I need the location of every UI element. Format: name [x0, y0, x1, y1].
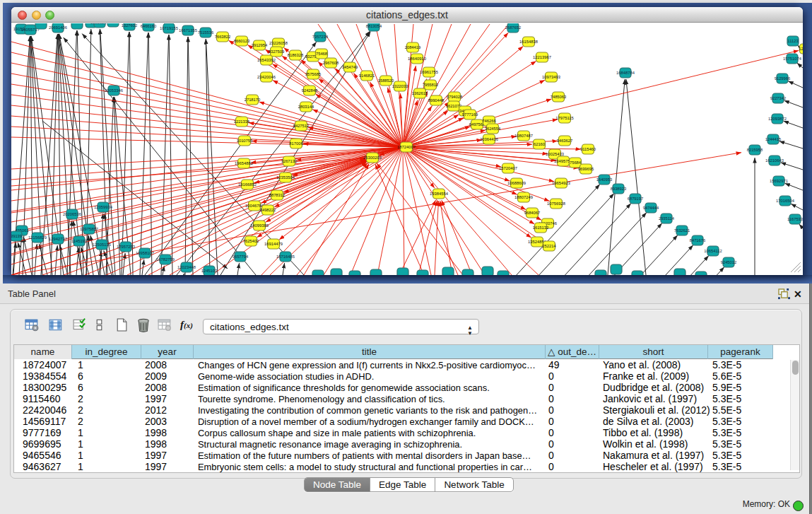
svg-text:9463627: 9463627 — [557, 139, 573, 143]
svg-text:3267130: 3267130 — [281, 159, 298, 163]
svg-text:19384554: 19384554 — [430, 192, 449, 196]
svg-text:2687652: 2687652 — [505, 25, 522, 30]
svg-text:9146821: 9146821 — [359, 74, 375, 78]
svg-text:8990448: 8990448 — [428, 98, 445, 103]
svg-text:15720407: 15720407 — [499, 166, 517, 170]
svg-text:10807487: 10807487 — [514, 134, 533, 138]
svg-text:75684: 75684 — [570, 160, 582, 165]
svg-text:6794028: 6794028 — [447, 95, 463, 99]
svg-text:3454749: 3454749 — [342, 65, 358, 69]
svg-text:12505135: 12505135 — [93, 243, 111, 247]
svg-text:3575685: 3575685 — [305, 72, 322, 76]
svg-text:10958107: 10958107 — [136, 251, 154, 255]
svg-text:1640953: 1640953 — [596, 177, 613, 182]
svg-text:20691406: 20691406 — [49, 25, 67, 30]
svg-text:8660123: 8660123 — [234, 39, 250, 43]
svg-text:16848784: 16848784 — [616, 71, 635, 75]
svg-text:23420046: 23420046 — [257, 75, 276, 79]
svg-text:6879197: 6879197 — [628, 197, 644, 201]
svg-text:1244415: 1244415 — [765, 137, 782, 141]
svg-text:23226058: 23226058 — [269, 41, 288, 45]
svg-text:9115460: 9115460 — [580, 147, 596, 151]
svg-text:123254: 123254 — [799, 47, 803, 51]
svg-text:9474444: 9474444 — [643, 206, 659, 210]
svg-text:18724007: 18724007 — [397, 145, 416, 149]
svg-text:7632621: 7632621 — [674, 228, 690, 233]
svg-text:7515536: 7515536 — [198, 30, 214, 35]
svg-text:13975857: 13975857 — [80, 227, 98, 231]
svg-text:16154838: 16154838 — [519, 40, 538, 44]
svg-text:16914479: 16914479 — [264, 242, 283, 246]
svg-text:12023448: 12023448 — [177, 265, 196, 269]
svg-text:1362615: 1362615 — [412, 91, 428, 95]
svg-text:19166852: 19166852 — [238, 182, 257, 187]
svg-text:1588520: 1588520 — [378, 78, 394, 83]
svg-text:2935114: 2935114 — [659, 216, 675, 221]
svg-text:16782759: 16782759 — [156, 257, 175, 262]
svg-text:1145193: 1145193 — [71, 239, 87, 243]
svg-text:3624554: 3624554 — [485, 127, 501, 131]
svg-text:2967608: 2967608 — [323, 61, 339, 65]
svg-text:8186328: 8186328 — [288, 53, 304, 57]
svg-text:252214: 252214 — [542, 244, 556, 248]
svg-text:15692971: 15692971 — [770, 179, 788, 183]
svg-text:19654923: 19654923 — [552, 181, 570, 185]
svg-text:19654882: 19654882 — [235, 161, 253, 165]
svg-text:10025433: 10025433 — [546, 152, 564, 156]
svg-text:25300203: 25300203 — [363, 156, 382, 160]
svg-text:39139: 39139 — [11, 234, 22, 238]
svg-text:817006: 817006 — [289, 141, 302, 146]
svg-text:9242848: 9242848 — [302, 88, 318, 93]
svg-text:10719155: 10719155 — [160, 26, 178, 30]
svg-text:9129966: 9129966 — [775, 76, 791, 81]
svg-text:1221336: 1221336 — [234, 119, 250, 124]
svg-text:10756928: 10756928 — [547, 201, 565, 206]
svg-text:16671355: 16671355 — [179, 28, 197, 33]
svg-text:9684067: 9684067 — [524, 211, 541, 215]
svg-text:9699695: 9699695 — [578, 167, 594, 171]
svg-text:6466160: 6466160 — [141, 24, 157, 28]
svg-text:15751074: 15751074 — [783, 57, 802, 61]
svg-text:12942737: 12942737 — [49, 237, 67, 241]
svg-text:9245012: 9245012 — [721, 260, 737, 264]
svg-text:16210643: 16210643 — [765, 158, 784, 163]
svg-text:8215958: 8215958 — [747, 148, 763, 152]
svg-text:18807249: 18807249 — [514, 195, 533, 199]
svg-text:17975115: 17975115 — [555, 116, 573, 120]
svg-text:16961755: 16961755 — [420, 70, 438, 74]
svg-text:8427512: 8427512 — [293, 124, 310, 128]
svg-text:746266: 746266 — [482, 119, 495, 123]
svg-text:11123: 11123 — [787, 39, 798, 43]
svg-text:20364436: 20364436 — [480, 137, 498, 141]
svg-text:3912954: 3912954 — [252, 43, 268, 47]
svg-text:7955812: 7955812 — [423, 83, 439, 87]
svg-text:10654112: 10654112 — [704, 249, 722, 253]
svg-text:2803144: 2803144 — [298, 105, 314, 109]
svg-text:20206536: 20206536 — [63, 212, 81, 216]
svg-text:75468: 75468 — [316, 52, 327, 56]
svg-text:1167533: 1167533 — [787, 217, 803, 221]
svg-text:14099389: 14099389 — [250, 223, 269, 228]
svg-text:12213967: 12213967 — [533, 55, 551, 59]
svg-text:15716485: 15716485 — [276, 255, 295, 259]
svg-text:9227342: 9227342 — [770, 96, 787, 100]
svg-text:12156829: 12156829 — [28, 235, 47, 240]
svg-text:8471676: 8471676 — [690, 238, 706, 243]
svg-text:1322033: 1322033 — [392, 84, 408, 88]
svg-text:1245103: 1245103 — [201, 269, 218, 273]
svg-text:9657794: 9657794 — [233, 255, 249, 259]
svg-text:10853267: 10853267 — [90, 23, 109, 25]
svg-text:1615132: 1615132 — [533, 226, 549, 230]
svg-text:1010755: 1010755 — [237, 139, 253, 143]
svg-text:9777169: 9777169 — [462, 112, 478, 117]
svg-text:7357234: 7357234 — [312, 35, 329, 39]
svg-text:7485063: 7485063 — [551, 95, 567, 99]
svg-text:17957253: 17957253 — [117, 245, 135, 249]
svg-text:20053346: 20053346 — [105, 88, 123, 93]
svg-text:10688609: 10688609 — [507, 181, 526, 185]
svg-text:1498222: 1498222 — [260, 208, 276, 212]
svg-text:9327509: 9327509 — [269, 49, 285, 54]
svg-text:16543392: 16543392 — [257, 58, 276, 62]
svg-text:18640910: 18640910 — [408, 57, 426, 61]
svg-text:12359934: 12359934 — [94, 205, 113, 209]
